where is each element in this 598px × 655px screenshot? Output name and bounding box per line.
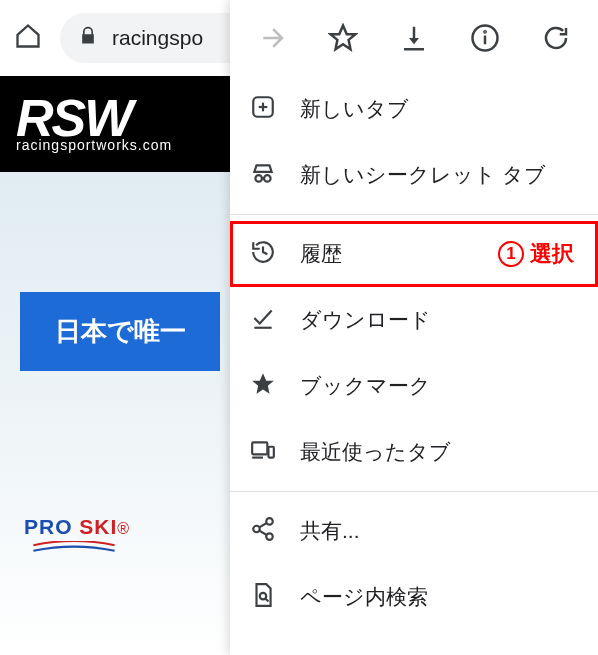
annotation-number: 1 (498, 241, 524, 267)
menu-item-label: 新しいタブ (300, 95, 409, 123)
svg-point-15 (266, 533, 273, 540)
forward-icon[interactable] (257, 23, 287, 57)
lock-icon (78, 26, 98, 50)
menu-item-incognito[interactable]: 新しいシークレット タブ (230, 142, 598, 208)
svg-point-13 (266, 518, 273, 525)
download-icon[interactable] (399, 23, 429, 57)
menu-item-find[interactable]: ページ内検索 (230, 564, 598, 630)
svg-line-17 (259, 530, 266, 534)
svg-point-14 (253, 525, 260, 532)
info-icon[interactable] (470, 23, 500, 57)
svg-point-2 (485, 31, 486, 32)
reload-icon[interactable] (541, 23, 571, 57)
history-icon (250, 239, 276, 270)
menu-item-label: ブックマーク (300, 372, 431, 400)
menu-item-label: 共有... (300, 517, 360, 545)
url-text: racingspo (112, 26, 203, 50)
cta-banner[interactable]: 日本で唯一 (20, 292, 220, 371)
svg-point-6 (255, 175, 261, 182)
menu-separator (230, 214, 598, 215)
menu-item-bookmarks[interactable]: ブックマーク (230, 353, 598, 419)
plus-square-icon (250, 94, 276, 125)
find-in-page-icon (250, 582, 276, 613)
overflow-menu: 新しいタブ 新しいシークレット タブ 履歴 1 選択 ダウンロード ブックマーク (230, 0, 598, 655)
devices-icon (250, 437, 276, 468)
site-logo-sub: racingsportworks.com (16, 137, 172, 153)
menu-item-history[interactable]: 履歴 1 選択 (230, 221, 598, 287)
star-filled-icon (250, 371, 276, 402)
menu-item-label: 履歴 (300, 240, 342, 268)
incognito-icon (250, 160, 276, 191)
menu-toolbar (230, 14, 598, 76)
menu-item-new-tab[interactable]: 新しいタブ (230, 76, 598, 142)
menu-separator (230, 491, 598, 492)
svg-rect-10 (252, 442, 267, 454)
star-icon[interactable] (328, 23, 358, 57)
svg-line-19 (265, 598, 268, 601)
annotation-label: 1 選択 (498, 239, 574, 269)
menu-item-label: 最近使ったタブ (300, 438, 451, 466)
menu-item-label: ダウンロード (300, 306, 431, 334)
menu-item-label: ページ内検索 (300, 583, 428, 611)
annotation-text: 選択 (530, 239, 574, 269)
site-logo: RSW (16, 95, 172, 142)
svg-point-7 (264, 175, 271, 182)
download-done-icon (250, 305, 276, 336)
pro-ski-logo: PRO SKI® (24, 515, 129, 559)
menu-item-label: 新しいシークレット タブ (300, 161, 546, 189)
menu-item-recent-tabs[interactable]: 最近使ったタブ (230, 419, 598, 485)
menu-item-downloads[interactable]: ダウンロード (230, 287, 598, 353)
svg-line-16 (259, 523, 266, 527)
home-icon[interactable] (14, 22, 42, 54)
menu-item-share[interactable]: 共有... (230, 498, 598, 564)
share-icon (250, 516, 276, 547)
svg-rect-11 (268, 446, 273, 457)
